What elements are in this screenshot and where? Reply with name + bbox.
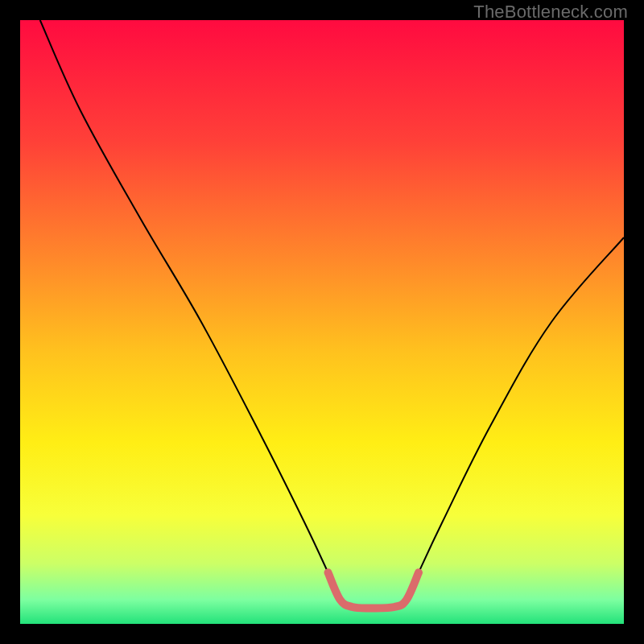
plot-background	[20, 20, 624, 624]
bottleneck-chart	[0, 0, 644, 644]
chart-frame: TheBottleneck.com	[0, 0, 644, 644]
